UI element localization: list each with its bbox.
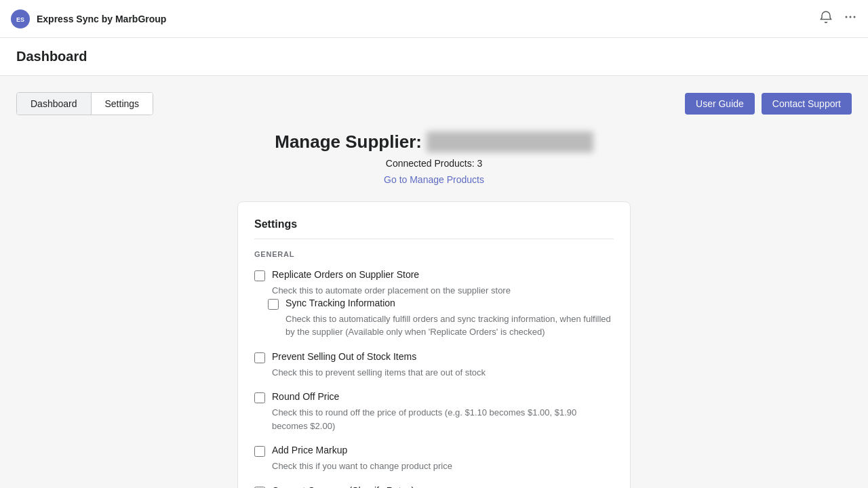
tab-dashboard[interactable]: Dashboard <box>17 93 92 115</box>
settings-card: Settings GENERAL Replicate Orders on Sup… <box>237 201 631 488</box>
bell-icon[interactable] <box>819 10 833 27</box>
setting-sync-tracking: Sync Tracking Information Check this to … <box>268 298 614 339</box>
setting-round-off-price: Round Off Price Check this to round off … <box>254 391 614 432</box>
checkbox-round-off-price[interactable] <box>254 392 265 403</box>
topbar: ES Express Sync by MarbGroup <box>0 0 868 38</box>
label-replicate-orders: Replicate Orders on Supplier Store <box>272 269 419 280</box>
setting-row-round: Round Off Price <box>254 391 614 403</box>
desc-replicate-orders: Check this to automate order placement o… <box>272 284 614 298</box>
svg-point-4 <box>854 16 856 18</box>
checkbox-add-price-markup[interactable] <box>254 446 265 457</box>
setting-row-currency-shopify: Convert Currency (Shopify Rates) <box>254 485 614 489</box>
more-options-icon[interactable] <box>844 10 857 27</box>
desc-round-off-price: Check this to round off the price of pro… <box>272 406 614 432</box>
desc-sync-tracking: Check this to automatically fulfill orde… <box>285 312 614 339</box>
section-label-general: GENERAL <box>254 250 614 258</box>
app-title: Express Sync by MarbGroup <box>37 14 166 24</box>
page-title: Dashboard <box>16 49 852 64</box>
checkbox-replicate-orders[interactable] <box>254 270 265 281</box>
supplier-section: Manage Supplier: Bulk Discount Price Con… <box>16 131 852 185</box>
user-guide-button[interactable]: User Guide <box>685 93 755 115</box>
label-add-price-markup: Add Price Markup <box>272 445 347 455</box>
svg-text:ES: ES <box>16 16 24 23</box>
label-convert-currency-shopify: Convert Currency (Shopify Rates) <box>272 485 414 489</box>
app-logo: ES <box>11 9 30 28</box>
connected-products: Connected Products: 3 <box>16 158 852 169</box>
nav-tabs: Dashboard Settings <box>16 92 153 115</box>
setting-row-replicate: Replicate Orders on Supplier Store <box>254 269 614 281</box>
setting-row-sync: Sync Tracking Information <box>268 298 614 310</box>
desc-add-price-markup: Check this if you want to change product… <box>272 460 614 473</box>
manage-products-link[interactable]: Go to Manage Products <box>384 174 484 185</box>
setting-row-prevent: Prevent Selling Out of Stock Items <box>254 351 614 363</box>
checkbox-prevent-selling[interactable] <box>254 352 265 363</box>
setting-replicate-orders: Replicate Orders on Supplier Store Check… <box>254 269 614 339</box>
svg-point-3 <box>850 16 852 18</box>
supplier-name: Bulk Discount Price <box>427 131 593 152</box>
main-content: Dashboard Settings User Guide Contact Su… <box>0 76 868 488</box>
svg-point-2 <box>846 16 848 18</box>
contact-support-button[interactable]: Contact Support <box>762 93 852 115</box>
nav-tabs-bar: Dashboard Settings User Guide Contact Su… <box>16 92 852 115</box>
supplier-heading: Manage Supplier: Bulk Discount Price <box>16 131 852 152</box>
nav-buttons: User Guide Contact Support <box>685 93 852 115</box>
label-prevent-selling: Prevent Selling Out of Stock Items <box>272 351 416 362</box>
setting-row-markup: Add Price Markup <box>254 445 614 457</box>
label-sync-tracking: Sync Tracking Information <box>285 298 395 308</box>
setting-convert-currency-shopify: Convert Currency (Shopify Rates) Check t… <box>254 485 614 489</box>
checkbox-sync-tracking[interactable] <box>268 299 279 310</box>
desc-prevent-selling: Check this to prevent selling items that… <box>272 366 614 380</box>
tab-settings[interactable]: Settings <box>92 93 153 115</box>
page-header: Dashboard <box>0 38 868 76</box>
settings-card-title: Settings <box>254 218 614 239</box>
setting-prevent-selling: Prevent Selling Out of Stock Items Check… <box>254 351 614 380</box>
label-round-off-price: Round Off Price <box>272 391 339 402</box>
topbar-icons <box>819 10 857 27</box>
setting-add-price-markup: Add Price Markup Check this if you want … <box>254 445 614 473</box>
